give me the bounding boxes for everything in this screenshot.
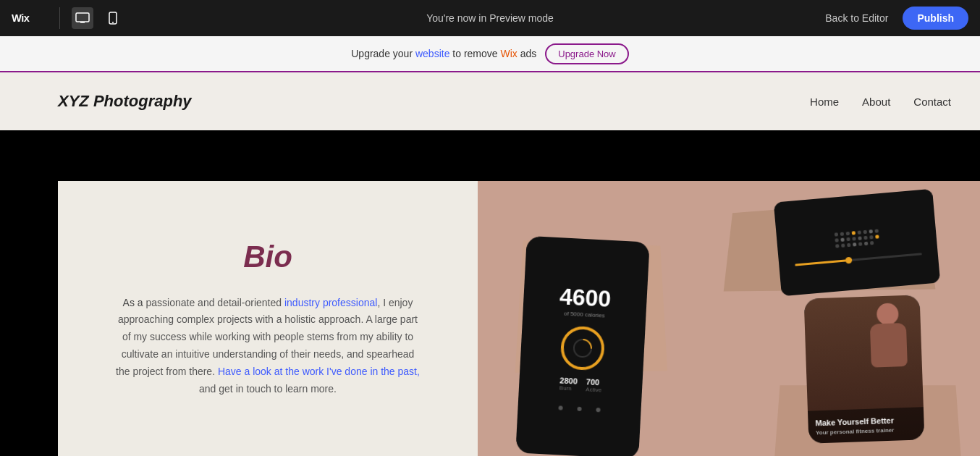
- bio-text-part2: industry professional: [284, 297, 377, 308]
- cal-cell: [846, 237, 850, 240]
- person-head: [876, 303, 899, 325]
- cal-cell: [869, 235, 873, 239]
- hero-black-section: [0, 130, 980, 181]
- phone-slider-thumb: [845, 256, 853, 264]
- bio-text-end: and get in touch to learn more.: [199, 383, 337, 395]
- phone-navbar: [558, 405, 600, 412]
- calorie-number: 4600: [559, 283, 612, 313]
- nav-home[interactable]: Home: [810, 96, 839, 108]
- phone-mockup-calendar: [774, 189, 940, 297]
- phone-slider-track: [795, 253, 922, 266]
- cal-cell: [840, 232, 843, 235]
- device-separator: [59, 7, 60, 29]
- svg-rect-1: [76, 13, 89, 22]
- svg-text:Wix: Wix: [12, 12, 30, 24]
- stat1-value: 2800: [559, 376, 578, 385]
- phone-nav-dot: [577, 406, 581, 410]
- phone-calories-screen: 4600 of 5000 calories 2800 Burn 700: [515, 236, 649, 456]
- preview-mode-text: You're now in Preview mode: [426, 12, 554, 24]
- desktop-device-icon[interactable]: [72, 7, 93, 29]
- ad-website-word: website: [415, 48, 449, 59]
- topbar: Wix You're now in Preview mode Back to E…: [0, 0, 980, 36]
- calorie-stats: 2800 Burn 700 Active: [559, 376, 602, 393]
- topbar-left: Wix: [12, 7, 124, 29]
- phone-mockup-fitness: Make Yourself Better Your personal fitne…: [804, 295, 925, 443]
- stat2-value: 700: [586, 377, 602, 387]
- site-nav: Home About Contact: [810, 96, 951, 108]
- upgrade-now-button[interactable]: Upgrade Now: [545, 43, 629, 64]
- cal-cell: [840, 237, 844, 241]
- nav-about[interactable]: About: [862, 96, 890, 108]
- cal-cell: [852, 243, 856, 246]
- bio-text-link: Have a look at the work I've done in the…: [218, 366, 420, 377]
- cal-cell: [858, 236, 861, 240]
- bio-panel: Bio As a passionate and detail-oriented …: [58, 181, 478, 456]
- ad-text: Upgrade your website to remove Wix ads: [351, 48, 536, 59]
- phone-nav-dot: [596, 408, 600, 412]
- calorie-stat2: 700 Active: [586, 377, 602, 393]
- cal-cell: [847, 243, 850, 246]
- cal-cell-highlight: [851, 231, 855, 235]
- phone-slider-fill: [795, 258, 852, 266]
- person-body: [870, 323, 908, 368]
- content-area: Bio As a passionate and detail-oriented …: [0, 181, 980, 456]
- nav-contact[interactable]: Contact: [913, 96, 951, 108]
- svg-point-5: [112, 22, 114, 23]
- bio-text-part1: passionate and detail-oriented: [146, 297, 284, 308]
- cal-cell: [845, 231, 849, 235]
- cal-cell: [857, 230, 861, 234]
- cal-cell: [834, 232, 837, 236]
- cal-cell: [835, 238, 838, 242]
- cal-cell: [835, 244, 839, 248]
- ad-banner: Upgrade your website to remove Wix ads U…: [0, 36, 980, 72]
- cal-cell: [841, 243, 845, 247]
- ad-wix-word: Wix: [500, 48, 517, 59]
- phone-nav-dot: [558, 405, 562, 410]
- calorie-circle: [559, 325, 605, 371]
- cal-cell: [869, 241, 873, 245]
- image-panel: 4600 of 5000 calories 2800 Burn 700: [478, 181, 980, 456]
- stat1-label: Burn: [559, 384, 578, 392]
- phone-calendar-screen: [774, 189, 940, 297]
- bio-title: Bio: [243, 240, 292, 274]
- calorie-sub-label: of 5000 calories: [564, 310, 605, 319]
- cal-cell: [863, 229, 866, 233]
- site-header: XYZ Photography Home About Contact: [0, 72, 980, 130]
- cal-cell-highlight2: [875, 235, 879, 238]
- cal-cell: [858, 242, 861, 245]
- mobile-device-icon[interactable]: [102, 7, 124, 29]
- person-image-area: [862, 303, 915, 376]
- cal-cell: [863, 241, 867, 245]
- stat2-label: Active: [586, 386, 601, 393]
- cal-cell: [863, 235, 867, 239]
- cal-cell: [874, 229, 878, 232]
- phone-fitness-screen: Make Yourself Better Your personal fitne…: [804, 295, 925, 443]
- cal-cell: [869, 229, 872, 233]
- wix-logo: Wix: [12, 11, 42, 25]
- publish-button[interactable]: Publish: [903, 7, 968, 30]
- phone-fitness-overlay: Make Yourself Better Your personal fitne…: [808, 407, 924, 444]
- phone-mockup-calories: 4600 of 5000 calories 2800 Burn 700: [515, 236, 649, 456]
- topbar-right: Back to Editor Publish: [816, 7, 968, 30]
- site-logo: XYZ Photography: [58, 92, 192, 111]
- cal-cell: [852, 237, 856, 240]
- bio-text: As a passionate and detail-oriented indu…: [116, 295, 420, 398]
- back-to-editor-button[interactable]: Back to Editor: [816, 8, 897, 28]
- topbar-center: You're now in Preview mode: [426, 12, 554, 24]
- calorie-stat1: 2800 Burn: [559, 376, 578, 392]
